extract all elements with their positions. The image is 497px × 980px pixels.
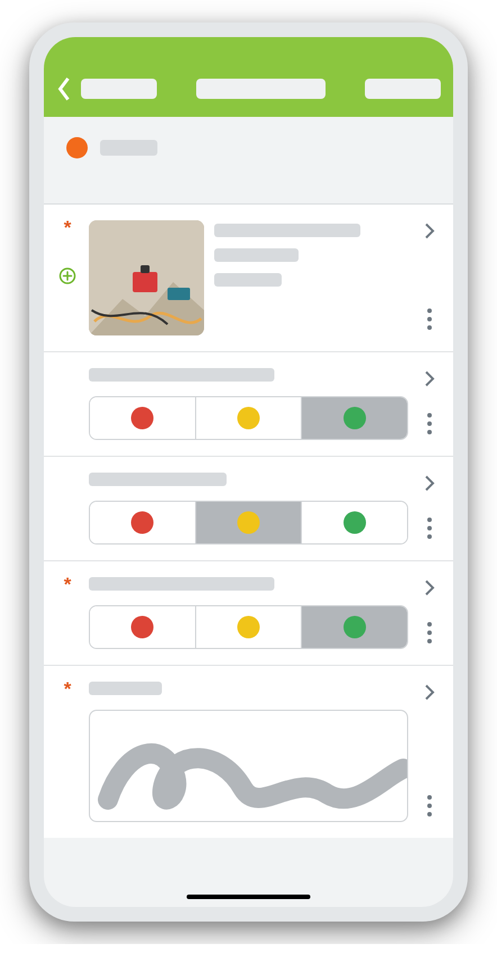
kebab-dot-icon bbox=[427, 795, 432, 800]
chevron-right-icon bbox=[424, 223, 435, 239]
photo-thumbnail[interactable] bbox=[89, 220, 204, 335]
option-yellow[interactable] bbox=[196, 606, 302, 648]
kebab-dot-icon bbox=[427, 639, 432, 643]
form-item-signature: * bbox=[44, 666, 453, 838]
question-label bbox=[89, 473, 227, 486]
more-actions-button[interactable] bbox=[427, 308, 432, 330]
yellow-dot-icon bbox=[237, 511, 260, 534]
red-dot-icon bbox=[131, 511, 153, 534]
green-dot-icon bbox=[344, 616, 366, 638]
more-actions-button[interactable] bbox=[427, 413, 432, 434]
chevron-right-icon bbox=[424, 579, 435, 596]
signature-label bbox=[89, 682, 162, 695]
item-gutter: * bbox=[56, 682, 79, 822]
plus-circle-icon bbox=[59, 267, 76, 284]
yellow-dot-icon bbox=[237, 616, 260, 638]
option-yellow[interactable] bbox=[196, 397, 302, 439]
green-dot-icon bbox=[344, 407, 366, 429]
question-label bbox=[89, 368, 274, 382]
expand-button[interactable] bbox=[424, 370, 435, 389]
red-dot-icon bbox=[131, 616, 153, 638]
svg-rect-6 bbox=[168, 288, 190, 300]
required-icon: * bbox=[64, 220, 71, 234]
more-actions-button[interactable] bbox=[427, 622, 432, 643]
traffic-light-selector bbox=[89, 396, 408, 440]
kebab-dot-icon bbox=[427, 325, 432, 330]
item-title bbox=[214, 224, 360, 237]
screen: * bbox=[44, 37, 453, 907]
item-gutter: * bbox=[56, 577, 79, 649]
option-green[interactable] bbox=[302, 606, 407, 648]
svg-rect-4 bbox=[133, 272, 157, 292]
item-side-actions bbox=[418, 682, 441, 822]
chevron-right-icon bbox=[424, 475, 435, 492]
item-side-actions bbox=[418, 577, 441, 649]
app-header bbox=[44, 37, 453, 117]
expand-button[interactable] bbox=[424, 475, 435, 494]
yellow-dot-icon bbox=[237, 407, 260, 429]
item-side-actions bbox=[418, 220, 441, 335]
kebab-dot-icon bbox=[427, 804, 432, 808]
option-red[interactable] bbox=[90, 397, 196, 439]
item-gutter bbox=[56, 473, 79, 545]
form-item-traffic: * bbox=[44, 561, 453, 666]
form-status-row bbox=[44, 117, 453, 205]
signature-stroke-icon bbox=[90, 715, 407, 816]
traffic-light-selector bbox=[89, 501, 408, 545]
kebab-dot-icon bbox=[427, 317, 432, 321]
expand-button[interactable] bbox=[424, 684, 435, 703]
item-gutter: * bbox=[56, 220, 79, 284]
expand-button[interactable] bbox=[424, 579, 435, 598]
chevron-right-icon bbox=[424, 684, 435, 701]
status-indicator-icon bbox=[66, 137, 88, 158]
back-button[interactable] bbox=[56, 78, 72, 100]
form-item-traffic bbox=[44, 457, 453, 561]
kebab-dot-icon bbox=[427, 308, 432, 313]
required-icon: * bbox=[64, 577, 71, 591]
item-side-actions bbox=[418, 473, 441, 545]
chevron-left-icon bbox=[56, 76, 72, 102]
chevron-right-icon bbox=[424, 370, 435, 387]
home-indicator[interactable] bbox=[187, 895, 310, 899]
svg-rect-5 bbox=[141, 265, 150, 273]
option-green[interactable] bbox=[302, 397, 407, 439]
option-red[interactable] bbox=[90, 606, 196, 648]
form-item-photo: * bbox=[44, 205, 453, 352]
item-detail bbox=[214, 273, 282, 287]
red-dot-icon bbox=[131, 407, 153, 429]
kebab-dot-icon bbox=[427, 430, 432, 434]
kebab-dot-icon bbox=[427, 413, 432, 418]
form-item-traffic bbox=[44, 352, 453, 457]
option-red[interactable] bbox=[90, 502, 196, 543]
photo-placeholder-icon bbox=[89, 220, 204, 335]
traffic-light-selector bbox=[89, 605, 408, 649]
kebab-dot-icon bbox=[427, 630, 432, 635]
phone-frame: * bbox=[29, 22, 468, 922]
green-dot-icon bbox=[344, 511, 366, 534]
item-side-actions bbox=[418, 368, 441, 440]
scroll-content[interactable]: * bbox=[44, 37, 453, 907]
kebab-dot-icon bbox=[427, 534, 432, 539]
required-icon: * bbox=[64, 682, 71, 695]
signature-pad[interactable] bbox=[89, 710, 408, 822]
item-subtitle bbox=[214, 248, 299, 262]
kebab-dot-icon bbox=[427, 812, 432, 816]
more-actions-button[interactable] bbox=[427, 795, 432, 816]
more-actions-button[interactable] bbox=[427, 518, 432, 539]
kebab-dot-icon bbox=[427, 518, 432, 522]
header-right-action[interactable] bbox=[365, 79, 441, 99]
kebab-dot-icon bbox=[427, 421, 432, 426]
item-meta bbox=[214, 220, 408, 287]
add-photo-button[interactable] bbox=[59, 267, 76, 284]
header-left-label[interactable] bbox=[81, 79, 157, 99]
question-label bbox=[89, 577, 274, 591]
status-label bbox=[100, 140, 157, 156]
option-green[interactable] bbox=[302, 502, 407, 543]
kebab-dot-icon bbox=[427, 622, 432, 627]
header-title bbox=[196, 79, 326, 99]
option-yellow[interactable] bbox=[196, 502, 302, 543]
expand-button[interactable] bbox=[424, 223, 435, 242]
kebab-dot-icon bbox=[427, 526, 432, 530]
item-gutter bbox=[56, 368, 79, 440]
